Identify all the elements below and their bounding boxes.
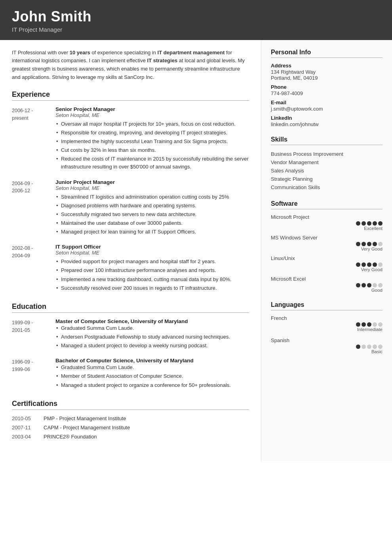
- exp-content-1: Senior Project Manager Seton Hospital, M…: [55, 106, 249, 172]
- cert-entry-2: 2007-11 CAPM - Project Management Instit…: [12, 425, 249, 431]
- dot: [362, 283, 366, 287]
- left-column: IT Professional with over 10 years of ex…: [0, 40, 261, 461]
- dot-label-3: Good: [271, 288, 382, 293]
- dot: [362, 322, 366, 327]
- edu-content-2: Bachelor of Computer Science, University…: [55, 358, 249, 390]
- candidate-name: John Smith: [12, 9, 380, 25]
- lang-name-0: French: [271, 315, 382, 321]
- bullet: Andersen Postgraduate Fellowship to stud…: [55, 333, 249, 341]
- cert-name-1: PMP - Project Management Institute: [44, 415, 126, 421]
- dot: [378, 344, 382, 349]
- dot: [367, 283, 371, 287]
- cert-name-2: CAPM - Project Management Institute: [44, 425, 130, 431]
- dot: [373, 344, 377, 349]
- edu-title-1: Master of Computer Science, University o…: [55, 318, 249, 324]
- bullet: Streamlined IT logistics and administrat…: [55, 193, 249, 201]
- exp-entry-1: 2006-12 - present Senior Project Manager…: [12, 106, 249, 172]
- software-heading: Software: [271, 200, 382, 209]
- software-name-1: MS Windows Server: [271, 235, 382, 241]
- linkedin-value: linkedin.com/johnutw: [271, 121, 382, 127]
- bullet: Managed project for lean training for al…: [55, 228, 249, 236]
- bullet: Graduated Summa Cum Laude.: [55, 324, 249, 332]
- exp-content-2: Junior Project Manager Seton Hospital, M…: [55, 179, 249, 237]
- bullet: Successfully resolved over 200 issues in…: [55, 284, 249, 292]
- bullet: Managed a student project to develop a w…: [55, 342, 249, 350]
- bullet: Member of Student Association of Compute…: [55, 372, 249, 380]
- dot: [356, 262, 360, 267]
- skill-item-4: Communication Skills: [271, 183, 382, 191]
- candidate-title: IT Project Manager: [12, 26, 380, 33]
- lang-dots-row-0: [271, 322, 382, 327]
- dot-label-0: Excellent: [271, 226, 382, 231]
- exp-dates-3: 2002-08 - 2004-09: [12, 244, 55, 293]
- exp-dates-1: 2006-12 - present: [12, 106, 55, 172]
- bullet: Successfully migrated two servers to new…: [55, 211, 249, 218]
- lang-label-1: Basic: [271, 349, 382, 354]
- languages-section: Languages French Intermediate Spanish: [271, 301, 382, 354]
- dot: [367, 262, 371, 267]
- software-item-1: MS Windows Server Very Good: [271, 235, 382, 251]
- languages-heading: Languages: [271, 301, 382, 310]
- dot: [367, 221, 371, 226]
- edu-dates-2: 1996-09 - 1999-06: [12, 358, 55, 390]
- edu-content-1: Master of Computer Science, University o…: [55, 318, 249, 350]
- summary-text: IT Professional with over 10 years of ex…: [12, 49, 249, 82]
- bullet: Graduated Summa Cum Laude.: [55, 364, 249, 371]
- exp-company-3: Seton Hospital, ME: [55, 250, 249, 256]
- dots-row-3: [271, 283, 382, 287]
- bullet: Implemented a new tracking dashboard, cu…: [55, 276, 249, 283]
- linkedin-label: LinkedIn: [271, 115, 382, 121]
- dots-row-1: [271, 242, 382, 246]
- bullet: Diagnosed problems with hardware and ope…: [55, 202, 249, 210]
- dot: [373, 262, 377, 267]
- main-layout: IT Professional with over 10 years of ex…: [0, 40, 392, 461]
- bullet: Cut costs by 32% in less than six months…: [55, 146, 249, 154]
- lang-name-1: Spanish: [271, 337, 382, 343]
- right-column: Personal Info Address 134 Rightward WayP…: [261, 40, 392, 461]
- cert-entry-1: 2010-05 PMP - Project Management Institu…: [12, 415, 249, 421]
- email-value: j.smith@uptowork.com: [271, 106, 382, 112]
- exp-title-1: Senior Project Manager: [55, 106, 249, 112]
- dots-row-2: [271, 262, 382, 267]
- software-item-2: Linux/Unix Very Good: [271, 255, 382, 272]
- experience-section: Experience 2006-12 - present Senior Proj…: [12, 90, 249, 293]
- dot: [356, 322, 360, 327]
- personal-info-heading: Personal Info: [271, 49, 382, 58]
- edu-title-2: Bachelor of Computer Science, University…: [55, 358, 249, 364]
- dot: [378, 262, 382, 267]
- exp-company-2: Seton Hospital, ME: [55, 185, 249, 191]
- exp-company-1: Seton Hospital, ME: [55, 112, 249, 118]
- lang-item-0: French Intermediate: [271, 315, 382, 332]
- dot: [367, 242, 371, 246]
- dot: [356, 242, 360, 246]
- address-label: Address: [271, 63, 382, 69]
- dot: [356, 283, 360, 287]
- exp-content-3: IT Support Officer Seton Hospital, ME Pr…: [55, 244, 249, 293]
- exp-bullets-3: Provided support for project managers an…: [55, 258, 249, 292]
- cert-name-3: PRINCE2® Foundation: [44, 434, 97, 440]
- lang-label-0: Intermediate: [271, 327, 382, 332]
- bullet: Oversaw all major hospital IT projects f…: [55, 120, 249, 128]
- personal-info-section: Personal Info Address 134 Rightward WayP…: [271, 49, 382, 127]
- phone-label: Phone: [271, 84, 382, 90]
- cert-date-1: 2010-05: [12, 415, 44, 421]
- dot: [362, 242, 366, 246]
- dot: [367, 344, 371, 349]
- software-item-0: Microsoft Project Excellent: [271, 214, 382, 231]
- experience-heading: Experience: [12, 90, 249, 101]
- dot: [373, 322, 377, 327]
- dot: [378, 221, 382, 226]
- certifications-heading: Certifications: [12, 400, 249, 410]
- dot: [373, 221, 377, 226]
- software-item-3: Microsoft Excel Good: [271, 276, 382, 293]
- dot: [356, 344, 360, 349]
- bullet: Prepared over 100 infrastructure perform…: [55, 266, 249, 274]
- cert-date-3: 2003-04: [12, 434, 44, 440]
- edu-dates-1: 1999-09 - 2001-05: [12, 318, 55, 350]
- software-name-3: Microsoft Excel: [271, 276, 382, 282]
- dot-label-1: Very Good: [271, 247, 382, 251]
- bullet: Maintained the user database of over 300…: [55, 219, 249, 227]
- cert-entry-3: 2003-04 PRINCE2® Foundation: [12, 434, 249, 440]
- exp-entry-2: 2004-09 - 2006-12 Junior Project Manager…: [12, 179, 249, 237]
- address-value: 134 Rightward WayPortland, ME, 04019: [271, 69, 382, 81]
